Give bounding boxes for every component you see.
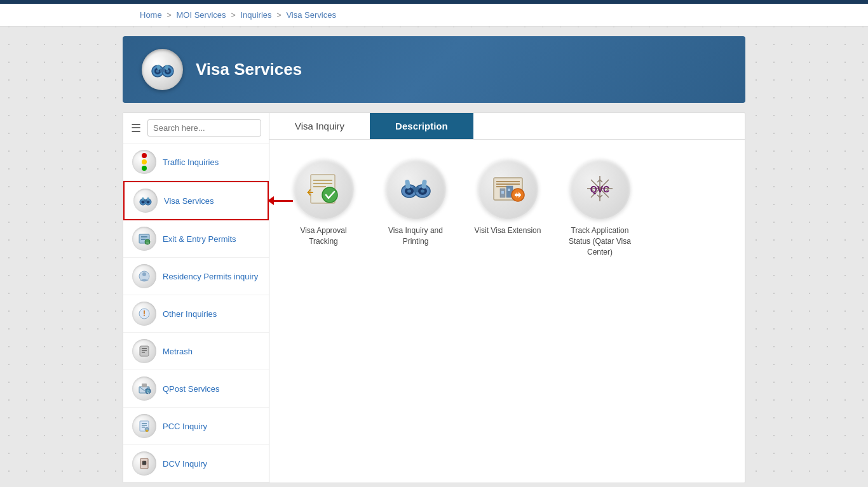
metrash-icon (132, 339, 156, 363)
sidebar-item-metrash[interactable]: Metrash (123, 333, 269, 370)
sidebar-visa-label: Visa Services (164, 196, 214, 206)
residency-icon-svg (137, 269, 151, 283)
sidebar: ☰ Traffic Inquiries (123, 113, 269, 483)
qvc-svg: QVC (580, 168, 621, 210)
sidebar-traffic-label: Traffic Inquiries (163, 157, 219, 167)
sidebar-residency-label: Residency Permits inquiry (163, 272, 258, 281)
sidebar-search-bar: ☰ (123, 113, 269, 143)
page-header: Visa Services (123, 36, 745, 103)
sidebar-item-other[interactable]: ! Other Inquiries (123, 295, 269, 333)
arrow-line (274, 200, 293, 202)
svg-rect-17 (141, 236, 147, 237)
svg-text:Q: Q (147, 390, 150, 394)
visa-approval-icon (294, 159, 354, 219)
traffic-light-icon (142, 153, 147, 171)
tl-red (142, 153, 147, 158)
sidebar-item-traffic[interactable]: Traffic Inquiries (123, 143, 269, 181)
sidebar-qpost-label: QPost Services (163, 384, 220, 394)
sidebar-dcv-label: DCV Inquiry (163, 459, 207, 469)
search-input[interactable] (147, 119, 261, 137)
svg-text:QVC: QVC (590, 184, 609, 194)
svg-rect-45 (313, 186, 326, 187)
svg-rect-35 (142, 425, 147, 426)
visa-inquiry-label: Visa Inquiry and Printing (381, 225, 451, 247)
other-inquiries-icon: ! (132, 302, 156, 326)
hamburger-icon[interactable]: ☰ (131, 121, 141, 135)
svg-rect-63 (508, 189, 510, 191)
sidebar-pcc-label: PCC Inquiry (163, 422, 207, 431)
other-icon-svg: ! (137, 307, 151, 321)
svg-rect-30 (142, 384, 147, 387)
svg-rect-43 (313, 180, 332, 181)
sidebar-item-residency[interactable]: Residency Permits inquiry (123, 258, 269, 295)
visa-inquiry-icon (386, 159, 446, 219)
svg-text:🔒: 🔒 (145, 428, 149, 432)
breadcrumb-sep3: > (276, 10, 281, 20)
visa-approval-svg (303, 168, 344, 210)
svg-text:→: → (146, 241, 150, 245)
qpost-icon-svg: Q (137, 382, 151, 396)
page-title: Visa Services (196, 60, 302, 79)
card-visa-inquiry[interactable]: Visa Inquiry and Printing (374, 152, 457, 264)
page-header-icon (142, 49, 183, 90)
tl-yellow (142, 159, 147, 164)
svg-rect-28 (142, 352, 145, 353)
visa-services-icon (133, 189, 158, 213)
card-visit-visa[interactable]: Visit Visa Extension (466, 152, 549, 264)
dcv-icon: ⬛ (132, 451, 156, 476)
sidebar-item-qpost[interactable]: Q QPost Services (123, 370, 269, 408)
svg-rect-62 (501, 191, 504, 194)
tab-visa-inquiry[interactable]: Visa Inquiry (269, 113, 370, 139)
svg-point-53 (421, 190, 424, 193)
qvc-icon: QVC (570, 159, 630, 219)
tab-bar: Visa Inquiry Description (269, 113, 745, 140)
main-content: Visa Inquiry Description (269, 113, 745, 483)
breadcrumb-current[interactable]: Visa Services (286, 10, 336, 20)
svg-text:⬛: ⬛ (142, 461, 147, 465)
breadcrumb-inquiries[interactable]: Inquiries (240, 10, 271, 20)
svg-rect-26 (142, 348, 147, 349)
sidebar-item-dcv[interactable]: ⬛ DCV Inquiry (123, 445, 269, 483)
content-area: ☰ Traffic Inquiries (123, 112, 745, 483)
svg-rect-13 (144, 200, 147, 202)
arrow-head (268, 196, 274, 205)
svg-point-8 (166, 69, 169, 72)
card-qvc[interactable]: QVC Track Application Status (Qatar Visa… (559, 152, 641, 264)
sidebar-item-visa[interactable]: Visa Services (123, 181, 269, 220)
svg-rect-4 (160, 69, 165, 72)
exit-entry-icon: → (132, 227, 156, 251)
svg-rect-25 (140, 346, 149, 356)
sidebar-item-pcc[interactable]: 🔒 PCC Inquiry (123, 408, 269, 445)
visit-visa-icon (478, 159, 538, 219)
svg-point-7 (156, 69, 159, 72)
svg-rect-44 (313, 183, 332, 184)
svg-rect-57 (496, 181, 520, 182)
card-visa-approval[interactable]: Visa Approval Tracking (282, 152, 365, 264)
header-icon-svg (150, 57, 175, 83)
exit-icon-svg: → (137, 232, 151, 246)
qvc-label: Track Application Status (Qatar Visa Cen… (565, 225, 635, 257)
breadcrumb-sep2: > (231, 10, 236, 20)
svg-point-46 (322, 187, 337, 203)
sidebar-item-exit[interactable]: → Exit & Entry Permits (123, 220, 269, 258)
visit-visa-svg (487, 168, 529, 210)
sidebar-other-label: Other Inquiries (163, 309, 217, 319)
cards-area: Visa Approval Tracking (269, 140, 745, 276)
traffic-icon (132, 150, 156, 174)
visa-inquiry-svg (395, 168, 437, 210)
svg-rect-27 (142, 350, 147, 351)
tl-green (142, 166, 147, 171)
tab-description[interactable]: Description (370, 113, 473, 139)
residency-icon (132, 264, 156, 288)
svg-rect-34 (142, 423, 147, 424)
sidebar-metrash-label: Metrash (163, 347, 193, 356)
qpost-icon: Q (132, 377, 156, 401)
svg-point-22 (142, 272, 146, 276)
breadcrumb-moi[interactable]: MOI Services (177, 10, 226, 20)
main-container: Visa Services ☰ Traffic Inquiries (123, 27, 745, 487)
breadcrumb-home[interactable]: Home (140, 10, 162, 20)
dcv-icon-svg: ⬛ (137, 457, 151, 470)
breadcrumb: Home > MOI Services > Inquiries > Visa S… (0, 4, 868, 27)
svg-rect-58 (496, 183, 520, 185)
pcc-icon: 🔒 (132, 414, 156, 438)
